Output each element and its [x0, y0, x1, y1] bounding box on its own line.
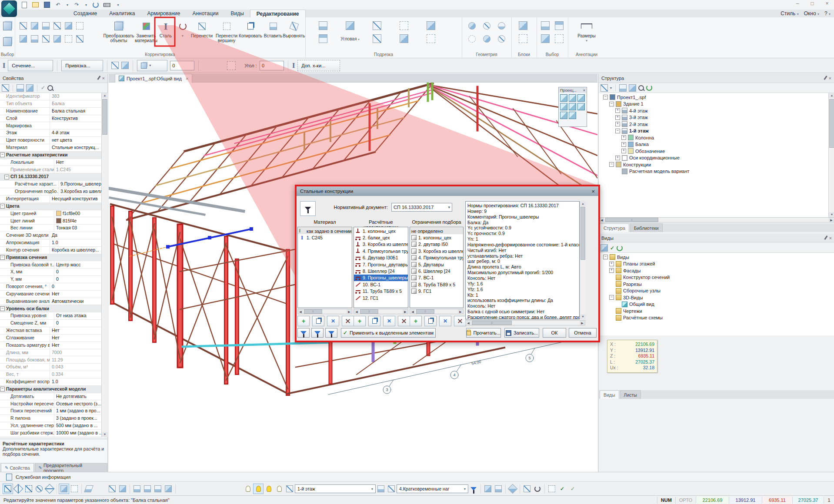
duplicate-button[interactable]	[424, 316, 437, 326]
rename-marks-icon[interactable]	[400, 21, 408, 30]
expand-icon[interactable]: −	[603, 255, 608, 259]
save-icon[interactable]	[43, 1, 51, 9]
ribbon-tab[interactable]: Аннотации	[186, 10, 224, 17]
tools-button[interactable]	[398, 316, 410, 326]
expand-icon[interactable]: +	[615, 122, 620, 126]
panel-close-icon[interactable]: ×	[102, 76, 105, 81]
property-row[interactable]: Привязка уровня От низа этажа ▾	[0, 312, 101, 320]
make-block-icon[interactable]	[519, 21, 527, 30]
trim-tool-icon[interactable]	[31, 22, 38, 30]
apply-properties-icon[interactable]: ✓	[41, 85, 45, 91]
delete-button[interactable]: ✕	[327, 316, 339, 326]
property-row[interactable]: Площадь боковая, м² 11.29 ▾	[0, 356, 101, 364]
checkbox[interactable]	[411, 275, 417, 280]
checkbox[interactable]	[411, 288, 417, 294]
list-item[interactable]: 7. ВС-1	[410, 275, 463, 281]
split-tool-icon[interactable]	[20, 35, 27, 43]
expand-icon[interactable]: −	[615, 129, 620, 133]
calc-hscrollbar[interactable]: ◀≡▶	[354, 309, 408, 314]
convert-icon[interactable]	[507, 484, 518, 494]
load-filter-icon[interactable]	[386, 484, 397, 494]
subtract-icon[interactable]	[483, 22, 490, 30]
add-button[interactable]: +	[410, 316, 422, 326]
building-mode-icon[interactable]	[227, 61, 236, 70]
explode-block-icon[interactable]	[519, 34, 527, 43]
tree-mode-dropdown-icon[interactable]: ▾	[610, 86, 612, 90]
list-item[interactable]: 2. двутавр I50	[410, 241, 463, 248]
property-row[interactable]: − Цвета ▾	[0, 203, 101, 210]
tree-item[interactable]: + Обозначение	[601, 148, 828, 155]
projection-top-icon[interactable]	[569, 103, 576, 110]
subtract-outline-icon[interactable]	[483, 35, 490, 43]
collapse-icon[interactable]: −	[0, 255, 5, 260]
replace-materials-button[interactable]: Заменить материалы	[135, 19, 157, 50]
offset-tool-icon[interactable]	[42, 22, 50, 30]
tab-structure[interactable]: Структура	[600, 223, 629, 232]
apply-view-icon[interactable]: ✓	[610, 245, 614, 251]
align-edge-icon[interactable]	[31, 35, 38, 43]
tree-item[interactable]: Разрезы	[601, 281, 834, 288]
structure-vscrollbar[interactable]: ▲ ▼	[828, 93, 834, 217]
ribbon-tab[interactable]: Виды	[224, 10, 250, 17]
property-row[interactable]: Этаж 4-й этаж ▾	[0, 129, 101, 137]
help-menu[interactable]: ? ▾	[824, 10, 831, 17]
property-row[interactable]: Применяемые стали 1.С245 ▾	[0, 166, 101, 173]
tree-item[interactable]: − 1-й этаж	[601, 128, 828, 135]
bulb-off-icon[interactable]	[243, 484, 253, 494]
projection-back-icon[interactable]	[569, 94, 576, 102]
section-button[interactable]: Сечение...	[8, 60, 53, 71]
list-item[interactable]: 12. ГС1	[354, 295, 408, 301]
projection-iso-icon[interactable]	[560, 112, 567, 119]
checkbox[interactable]	[411, 262, 417, 267]
ribbon-tab[interactable]: Армирование	[141, 10, 187, 17]
pan-icon[interactable]	[522, 484, 532, 494]
check-model-icon[interactable]: ✓	[557, 484, 567, 494]
expand-icon[interactable]: +	[609, 268, 614, 273]
filter-list-button[interactable]	[325, 328, 337, 338]
property-row[interactable]: Наименование Балка стальная ▾	[0, 108, 101, 115]
new-file-icon[interactable]	[20, 1, 28, 9]
steel-button[interactable]: I Сталь	[157, 19, 174, 50]
storey-select[interactable]: 1-й этаж▾	[295, 484, 376, 493]
style-menu[interactable]: Стиль ▾	[781, 10, 798, 17]
info-hscrollbar[interactable]: ◀≡▶	[465, 320, 585, 325]
expand-icon[interactable]: +	[621, 135, 626, 140]
property-row[interactable]: − СП 16.13330.2017 ▾	[0, 173, 101, 181]
collapse-icon[interactable]: −	[0, 204, 5, 209]
list-item[interactable]: 8. Швеллер [24	[354, 268, 408, 274]
collapse-icon[interactable]: −	[0, 306, 5, 311]
property-row[interactable]: Объём, м³ 0.043 ▾	[0, 364, 101, 371]
property-row[interactable]: Показать арматуру в 3D Нет ▾	[0, 342, 101, 349]
refresh-views-icon[interactable]	[617, 245, 623, 251]
pin-icon[interactable]	[97, 76, 100, 80]
bulb-selected-icon[interactable]	[264, 484, 274, 494]
collapse-icon[interactable]: −	[4, 175, 9, 179]
ok-button[interactable]: ОК	[543, 328, 566, 338]
add-button[interactable]: +	[297, 316, 310, 326]
property-row[interactable]: R пилона 3 (задано в проек... ▾	[0, 415, 101, 422]
expand-icon[interactable]: +	[615, 115, 620, 120]
pin-icon[interactable]	[824, 235, 827, 240]
expand-icon[interactable]: +	[621, 149, 626, 153]
tools-button[interactable]	[454, 316, 466, 326]
join-tool-icon[interactable]	[53, 22, 61, 30]
search-icon[interactable]	[638, 85, 644, 91]
maximize-button[interactable]: □	[808, 0, 817, 7]
extra-params-button[interactable]: Доп. х-ки...	[297, 60, 340, 71]
list-item[interactable]: 1. колонны_цех	[354, 228, 408, 234]
orbit-icon[interactable]	[532, 484, 543, 494]
paste-button[interactable]: Вставить	[263, 19, 284, 50]
property-row[interactable]: Выравнивание аналити... Автоматически ▾	[0, 298, 101, 305]
property-row[interactable]: Усл. удлинение стер... 500 мм (задано в …	[0, 422, 101, 430]
property-row[interactable]: Поиск пересечений 1 мм (задано в про... …	[0, 408, 101, 415]
property-row[interactable]: Контур сечения Коробка из швеллер... ▾	[0, 247, 101, 254]
view-settings-icon[interactable]	[600, 244, 608, 252]
image-icon[interactable]	[163, 484, 173, 494]
workplane-icon[interactable]	[83, 484, 94, 494]
property-row[interactable]: − Уровень оси балки ▾	[0, 305, 101, 312]
list-item[interactable]: 2. балки_цех	[354, 234, 408, 241]
tree-item[interactable]: Общий вид	[601, 301, 834, 308]
bulb-degree-icon[interactable]	[274, 484, 284, 494]
delete-button[interactable]: ✕	[439, 316, 451, 326]
list-item[interactable]: 4. Прямоугольная труба I	[410, 255, 463, 261]
